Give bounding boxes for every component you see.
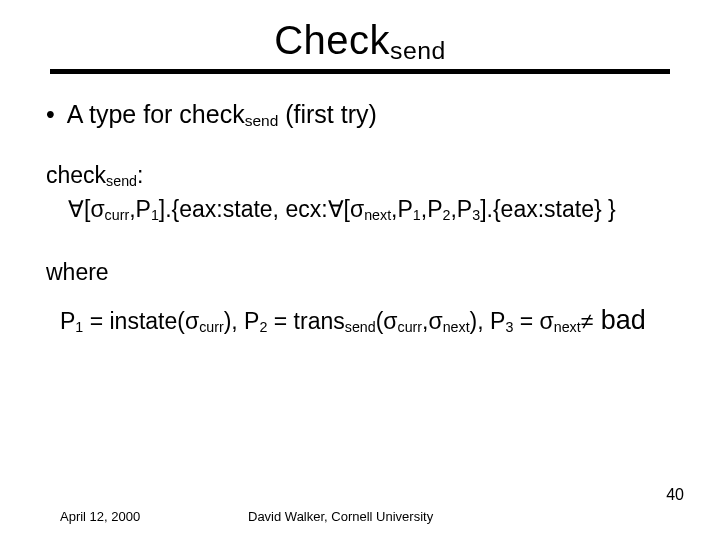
sig-t: 1 bbox=[151, 207, 159, 223]
d-t: P bbox=[60, 308, 75, 334]
d-t: send bbox=[345, 319, 376, 335]
bullet-post: (first try) bbox=[278, 100, 377, 128]
title-area: Checksend bbox=[0, 0, 720, 63]
bad-word: bad bbox=[593, 305, 646, 335]
title-sub: send bbox=[390, 37, 446, 64]
d-t: ,σ bbox=[422, 308, 443, 334]
d-t: = trans bbox=[267, 308, 344, 334]
d-t: curr bbox=[199, 319, 224, 335]
definitions: P1 = instate(σcurr), P2 = transsend(σcur… bbox=[46, 302, 674, 338]
sig-t: 3 bbox=[472, 207, 480, 223]
sig-head: checksend: bbox=[46, 158, 674, 193]
sig-t: ,P bbox=[129, 196, 151, 222]
footer-page-number: 40 bbox=[666, 486, 684, 504]
sig-t: ,P bbox=[421, 196, 443, 222]
footer-author: David Walker, Cornell University bbox=[248, 509, 433, 524]
bullet-item: • A type for checksend (first try) bbox=[46, 98, 674, 132]
d-t: = instate(σ bbox=[83, 308, 199, 334]
d-t: next bbox=[554, 319, 581, 335]
slide: Checksend • A type for checksend (first … bbox=[0, 0, 720, 540]
d-t: ), P bbox=[470, 308, 506, 334]
sig-t: ,P bbox=[450, 196, 472, 222]
where-label: where bbox=[46, 257, 674, 288]
sig-t: 2 bbox=[443, 207, 451, 223]
sig-t: ∀[σ bbox=[68, 196, 105, 222]
slide-title: Checksend bbox=[274, 18, 446, 63]
sig-t: next bbox=[364, 207, 391, 223]
sig-head-post: : bbox=[137, 162, 143, 188]
d-t: 2 bbox=[259, 319, 267, 335]
bullet-dot-icon: • bbox=[46, 98, 55, 127]
d-t: 3 bbox=[505, 319, 513, 335]
sig-head-sub: send bbox=[106, 173, 137, 189]
slide-body: • A type for checksend (first try) check… bbox=[0, 74, 720, 338]
d-t: = σ bbox=[513, 308, 553, 334]
bullet-sub: send bbox=[245, 112, 279, 129]
bullet-pre: A type for check bbox=[67, 100, 245, 128]
type-signature: checksend: ∀[σcurr,P1].{eax:state, ecx:∀… bbox=[46, 158, 674, 227]
footer-date: April 12, 2000 bbox=[60, 509, 140, 524]
d-t: next bbox=[443, 319, 470, 335]
d-t: ), P bbox=[224, 308, 260, 334]
d-t: 1 bbox=[75, 319, 83, 335]
sig-t: 1 bbox=[413, 207, 421, 223]
sig-t: ].{eax:state, ecx:∀[σ bbox=[159, 196, 364, 222]
d-t: (σ bbox=[376, 308, 398, 334]
sig-head-pre: check bbox=[46, 162, 106, 188]
sig-body: ∀[σcurr,P1].{eax:state, ecx:∀[σnext,P1,P… bbox=[46, 192, 674, 227]
sig-t: ].{eax:state} } bbox=[480, 196, 616, 222]
d-t: curr bbox=[398, 319, 423, 335]
title-main: Check bbox=[274, 18, 390, 62]
sig-t: ,P bbox=[391, 196, 413, 222]
sig-t: curr bbox=[105, 207, 130, 223]
neq-symbol: ≠ bbox=[581, 308, 594, 334]
bullet-text: A type for checksend (first try) bbox=[67, 98, 377, 132]
